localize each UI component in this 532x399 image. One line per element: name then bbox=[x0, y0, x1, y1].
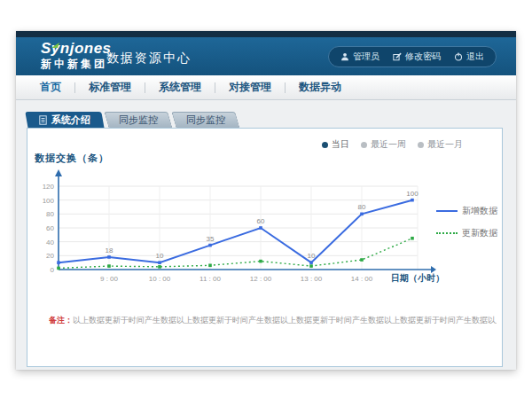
range-label: 当日 bbox=[332, 138, 349, 151]
range-label: 最近一周 bbox=[371, 138, 406, 151]
legend-line-solid-icon bbox=[436, 210, 458, 212]
top-accent-strip bbox=[16, 31, 516, 37]
current-user[interactable]: 管理员 bbox=[340, 51, 379, 63]
nav-item-home[interactable]: 首页 bbox=[27, 80, 74, 95]
change-password-label: 修改密码 bbox=[405, 51, 441, 63]
footnote: 备注：以上数据更新于时间产生数据以上数据更新于时间产生数据以上数据更新于时间产生… bbox=[49, 315, 497, 326]
nav-item-interface-mgmt[interactable]: 对接管理 bbox=[215, 80, 285, 95]
tab-sync-monitor-1[interactable]: 同步监控 bbox=[106, 112, 170, 129]
user-icon bbox=[340, 52, 349, 61]
logo-leaf-icon bbox=[51, 43, 62, 51]
main-nav: 首页 标准管理 系统管理 对接管理 数据异动 bbox=[16, 75, 516, 100]
power-icon bbox=[454, 52, 463, 61]
app-header: Synjones 新中新集团 数据资源中心 管理员 修改密码 退出 bbox=[16, 37, 516, 75]
svg-text:80: 80 bbox=[358, 203, 366, 211]
tab-label: 系统介绍 bbox=[51, 112, 90, 129]
svg-text:10: 10 bbox=[308, 252, 316, 260]
svg-text:80: 80 bbox=[46, 210, 54, 218]
radio-dot bbox=[361, 142, 367, 148]
range-label: 最近一月 bbox=[427, 138, 463, 151]
content-area: 系统介绍 同步监控 同步监控 当日 最近一周 bbox=[16, 101, 516, 370]
logo-text-cn: 新中新集团 bbox=[41, 59, 112, 69]
svg-text:14 : 00: 14 : 00 bbox=[351, 275, 373, 283]
footnote-text: 以上数据更新于时间产生数据以上数据更新于时间产生数据以上数据更新于时间产生数据以… bbox=[73, 316, 497, 325]
x-axis-title: 日期（小时） bbox=[391, 272, 444, 285]
nav-item-data-change[interactable]: 数据异动 bbox=[286, 80, 355, 95]
legend-item-new-data[interactable]: 新增数据 bbox=[436, 205, 497, 217]
svg-text:13 : 00: 13 : 00 bbox=[301, 275, 323, 283]
user-name-label: 管理员 bbox=[353, 51, 379, 63]
svg-text:0: 0 bbox=[51, 266, 55, 274]
line-chart: 0204060801001209 : 0010 : 0011 : 0012 : … bbox=[35, 168, 442, 289]
range-option-today[interactable]: 当日 bbox=[322, 138, 349, 151]
y-axis-title: 数据交换（条） bbox=[35, 152, 109, 165]
svg-text:12 : 00: 12 : 00 bbox=[250, 275, 272, 283]
svg-text:100: 100 bbox=[43, 197, 55, 205]
nav-item-system-mgmt[interactable]: 系统管理 bbox=[145, 80, 215, 95]
tab-bar: 系统介绍 同步监控 同步监控 bbox=[27, 112, 238, 129]
svg-text:60: 60 bbox=[46, 224, 54, 232]
document-icon bbox=[39, 115, 47, 125]
svg-text:10 : 00: 10 : 00 bbox=[149, 275, 171, 283]
svg-text:9 : 00: 9 : 00 bbox=[100, 275, 119, 283]
tab-sync-monitor-2[interactable]: 同步监控 bbox=[174, 112, 238, 129]
svg-text:10: 10 bbox=[156, 252, 164, 260]
change-password-button[interactable]: 修改密码 bbox=[393, 51, 441, 63]
logout-label: 退出 bbox=[466, 51, 484, 63]
svg-text:60: 60 bbox=[257, 217, 265, 225]
nav-item-standard-mgmt[interactable]: 标准管理 bbox=[75, 80, 145, 95]
range-option-last-month[interactable]: 最近一月 bbox=[418, 138, 463, 151]
logout-button[interactable]: 退出 bbox=[454, 51, 484, 63]
svg-text:100: 100 bbox=[406, 190, 419, 198]
legend-item-updated-data[interactable]: 更新数据 bbox=[436, 227, 497, 239]
svg-text:18: 18 bbox=[106, 246, 113, 254]
app-window: Synjones 新中新集团 数据资源中心 管理员 修改密码 退出 首页 标准管… bbox=[16, 31, 516, 370]
chart-legend: 新增数据 更新数据 bbox=[436, 205, 497, 239]
time-range-selector: 当日 最近一周 最近一月 bbox=[322, 138, 463, 151]
tab-label: 同步监控 bbox=[186, 112, 225, 129]
svg-text:11 : 00: 11 : 00 bbox=[200, 275, 221, 283]
footnote-label: 备注： bbox=[49, 316, 73, 325]
user-toolbar: 管理员 修改密码 退出 bbox=[328, 46, 497, 67]
svg-text:120: 120 bbox=[43, 183, 55, 191]
radio-dot bbox=[418, 142, 424, 148]
edit-icon bbox=[393, 52, 402, 61]
range-option-last-week[interactable]: 最近一周 bbox=[361, 138, 406, 151]
legend-line-dotted-icon bbox=[436, 232, 458, 234]
radio-dot bbox=[322, 142, 328, 148]
legend-label: 新增数据 bbox=[462, 205, 497, 217]
page-title: 数据资源中心 bbox=[106, 51, 192, 66]
company-logo: Synjones 新中新集团 bbox=[41, 41, 112, 69]
tab-label: 同步监控 bbox=[119, 112, 158, 129]
legend-label: 更新数据 bbox=[462, 227, 497, 239]
svg-text:35: 35 bbox=[207, 235, 215, 243]
svg-text:40: 40 bbox=[46, 239, 54, 246]
tab-system-intro[interactable]: 系统介绍 bbox=[27, 112, 103, 129]
chart-panel: 当日 最近一周 最近一月 数据交换（条） 0204060801001209 : … bbox=[27, 128, 503, 367]
svg-text:20: 20 bbox=[46, 252, 54, 260]
